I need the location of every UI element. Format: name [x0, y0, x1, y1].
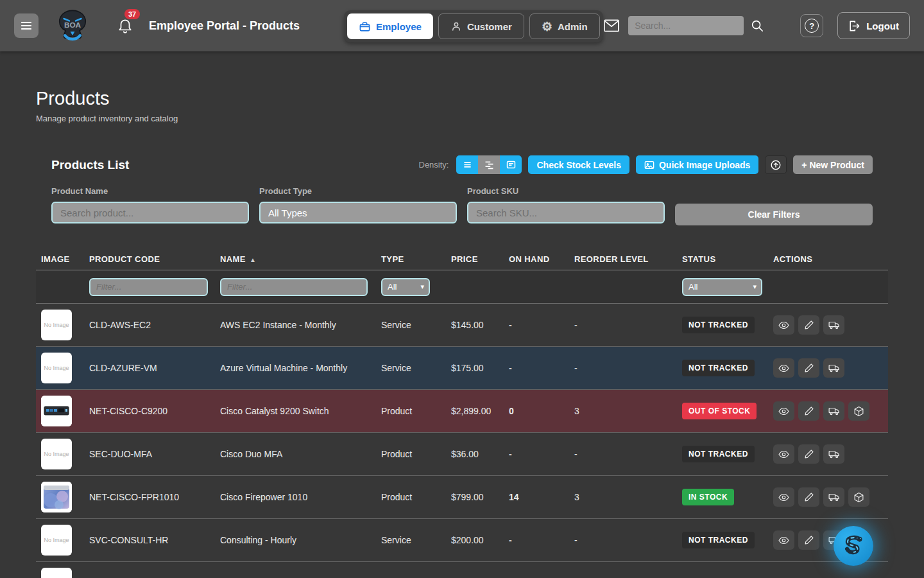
col-type[interactable]: TYPE: [376, 254, 446, 264]
product-code-cell: NET-CISCO-FPR1010: [84, 492, 215, 502]
col-product-code[interactable]: PRODUCT CODE: [84, 254, 215, 264]
product-name-cell: Cisco Duo MFA: [215, 449, 376, 459]
row-actions: [768, 315, 888, 335]
shipping-button[interactable]: [823, 315, 844, 335]
view-product-button[interactable]: [773, 358, 794, 378]
sort-asc-icon: ▲: [250, 256, 256, 263]
table-filter-row: All ▾ All ▾: [36, 270, 888, 304]
density-spacious-button[interactable]: [500, 155, 522, 174]
reorder-level-cell: -: [569, 320, 677, 330]
view-product-button[interactable]: [773, 444, 794, 464]
code-column-filter-input[interactable]: [89, 278, 208, 296]
no-image-label: No Image: [44, 537, 69, 543]
shipping-button[interactable]: [823, 401, 844, 421]
notification-count-badge: 37: [124, 9, 140, 19]
type-column-filter-select[interactable]: All: [381, 278, 430, 296]
product-name-cell: Consulting - Hourly: [215, 535, 376, 545]
edit-product-button[interactable]: [798, 530, 819, 550]
no-image-label: No Image: [44, 322, 69, 328]
col-status[interactable]: STATUS: [677, 254, 768, 264]
product-thumbnail: No Image: [41, 568, 72, 578]
person-icon: [450, 21, 462, 32]
no-image-label: No Image: [44, 365, 69, 371]
inventory-button[interactable]: [848, 487, 869, 507]
col-on-hand[interactable]: ON HAND: [504, 254, 569, 264]
status-column-filter-select[interactable]: All: [682, 278, 762, 296]
edit-product-button[interactable]: [798, 358, 819, 378]
col-name[interactable]: NAME▲: [215, 254, 376, 264]
density-toggle-group: [456, 155, 522, 174]
page-title: Products: [36, 88, 924, 109]
view-product-button[interactable]: [773, 530, 794, 550]
table-body: No ImageCLD-AWS-EC2AWS EC2 Instance - Mo…: [36, 304, 888, 562]
search-icon[interactable]: [750, 19, 764, 33]
portal-tab-group: Employee Customer ⚙ Admin: [344, 10, 603, 42]
view-product-button[interactable]: [773, 487, 794, 507]
status-badge: NOT TRACKED: [682, 360, 755, 376]
product-code-cell: SVC-CONSULT-HR: [84, 535, 215, 545]
shipping-button[interactable]: [823, 444, 844, 464]
product-code-cell: CLD-AZURE-VM: [84, 363, 215, 373]
tab-admin[interactable]: ⚙ Admin: [529, 13, 600, 39]
on-hand-cell: -: [504, 363, 569, 373]
help-button[interactable]: ?: [800, 14, 823, 37]
edit-product-button[interactable]: [798, 315, 819, 335]
edit-product-button[interactable]: [798, 487, 819, 507]
name-column-filter-input[interactable]: [220, 278, 368, 296]
on-hand-cell: 0: [504, 406, 569, 416]
density-compact-icon: [462, 159, 473, 170]
new-product-button[interactable]: + New Product: [793, 155, 873, 174]
menu-button[interactable]: [14, 13, 38, 38]
pencil-icon: [804, 406, 814, 416]
snake-icon: [837, 529, 870, 563]
mail-icon[interactable]: [603, 18, 620, 33]
quick-image-uploads-button[interactable]: Quick Image Uploads: [636, 155, 758, 174]
product-code-cell: NET-CISCO-C9200: [84, 406, 215, 416]
view-product-button[interactable]: [773, 315, 794, 335]
inventory-button[interactable]: [848, 401, 869, 421]
shipping-button[interactable]: [823, 487, 844, 507]
assistant-fab-button[interactable]: [834, 526, 873, 566]
upload-button[interactable]: [765, 155, 787, 174]
product-type-cell: Service: [376, 535, 446, 545]
product-name-filter-input[interactable]: [51, 202, 249, 223]
tab-employee[interactable]: Employee: [347, 13, 433, 39]
table-row: No ImageSVC-CONSULT-HRConsulting - Hourl…: [36, 519, 888, 562]
pencil-icon: [804, 363, 814, 373]
edit-product-button[interactable]: [798, 401, 819, 421]
eye-icon: [778, 406, 789, 417]
truck-icon: [828, 362, 840, 374]
global-search-input[interactable]: [628, 16, 744, 35]
price-cell: $799.00: [446, 492, 504, 502]
table-row: NET-CISCO-C9200Cisco Catalyst 9200 Switc…: [36, 390, 888, 433]
pencil-icon: [804, 320, 814, 330]
view-product-button[interactable]: [773, 401, 794, 421]
table-row-partial: No Image: [36, 562, 888, 578]
product-code-cell: CLD-AWS-EC2: [84, 320, 215, 330]
top-navbar: BOA 37 Employee Portal - Products Employ…: [0, 0, 924, 51]
shipping-button[interactable]: [823, 358, 844, 378]
edit-product-button[interactable]: [798, 444, 819, 464]
page-subtitle: Manage product inventory and catalog: [36, 114, 924, 123]
product-thumbnail: No Image: [41, 439, 72, 469]
on-hand-cell: 14: [504, 492, 569, 502]
truck-icon: [828, 491, 840, 503]
product-type-label: Product Type: [259, 186, 457, 196]
tab-customer[interactable]: Customer: [438, 13, 524, 39]
col-reorder-level[interactable]: REORDER LEVEL: [569, 254, 677, 264]
notifications-button[interactable]: 37: [117, 17, 133, 35]
product-sku-label: Product SKU: [467, 186, 665, 196]
product-thumbnail: [41, 396, 72, 426]
check-stock-button[interactable]: Check Stock Levels: [528, 155, 629, 174]
product-type-select[interactable]: All Types: [259, 202, 457, 223]
price-cell: $2,899.00: [446, 406, 504, 416]
col-price[interactable]: PRICE: [446, 254, 504, 264]
tab-customer-label: Customer: [467, 21, 512, 32]
product-type-cell: Product: [376, 449, 446, 459]
logout-button[interactable]: Logout: [837, 12, 910, 39]
row-actions: [768, 487, 888, 507]
density-comfortable-button[interactable]: [478, 155, 500, 174]
product-sku-filter-input[interactable]: [467, 202, 665, 223]
clear-filters-button[interactable]: Clear Filters: [675, 204, 873, 225]
density-compact-button[interactable]: [456, 155, 478, 174]
